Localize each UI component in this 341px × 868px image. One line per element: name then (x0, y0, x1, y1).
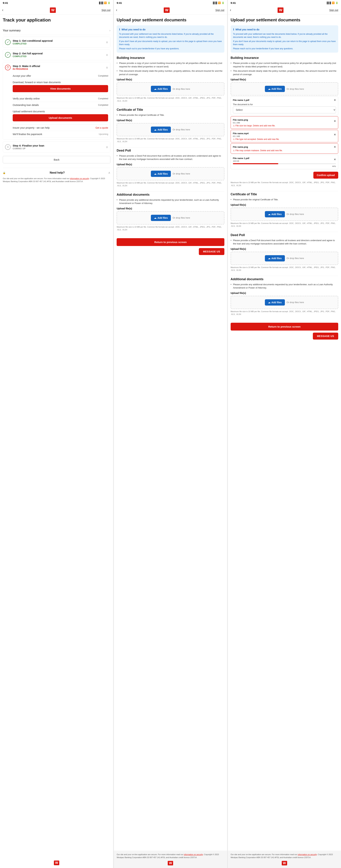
message-us-btn-2[interactable]: MESSAGE US (199, 248, 224, 255)
upload-label-ct-3: Upload file(s) (231, 204, 338, 206)
status-icons-2: ▐▐▐ 🛜 🔋 (212, 2, 224, 4)
upload-area-ad-2[interactable]: ☁ Add files Or drop files here (117, 211, 224, 224)
step-3-icon: ⏱ (5, 65, 10, 70)
info-box-3: ℹ What you need to do To proceed with yo… (231, 25, 338, 53)
additional-docs-bullet-3: Please provide any additional documents … (231, 283, 338, 289)
upload-cloud-icon-ct-2: ☁ (154, 128, 157, 131)
upload-label-ct-2: Upload file(s) (117, 119, 224, 122)
status-bar-1: 9:41 ▐▐▐ 🛜 🔋 (0, 0, 113, 6)
back-arrow-1[interactable]: ‹ (1, 7, 4, 13)
view-documents-btn[interactable]: View documents (13, 85, 108, 92)
cert-title-bullet-2: Please provide the original Certificate … (117, 113, 224, 117)
upload-title-3: Upload your settlement documents (231, 18, 338, 23)
sign-out-1[interactable]: Sign out (102, 9, 110, 11)
info-box-header-3: ℹ What you need to do (233, 28, 336, 31)
step-2-title: Step 2: Get full approval (13, 52, 106, 55)
wifi-icon: 🛜 (104, 2, 107, 4)
info-text-3-2: Please reach out to your lender/broker i… (233, 47, 336, 50)
building-insurance-title-3: Building insurance (231, 56, 338, 60)
upload-area-bi-2[interactable]: ☁ Add files Or drop files here (117, 82, 224, 95)
deed-poll-title-2: Deed Poll (117, 149, 224, 152)
upload-area-dp-3[interactable]: ☁ Add files Or drop files here (231, 252, 338, 265)
info-title-3: What you need to do (235, 28, 259, 31)
error-icon-3: ⚠ (233, 138, 235, 141)
upload-area-ct-2[interactable]: ☁ Add files Or drop files here (117, 123, 224, 136)
add-files-btn-ct-3[interactable]: ☁ Add files (265, 211, 285, 217)
upload-cloud-icon-bi-3: ☁ (268, 88, 271, 90)
upload-title-2: Upload your settlement documents (117, 18, 224, 23)
building-insurance-bullet-0-2: Please provide a copy of your current bu… (117, 61, 224, 68)
upload-label-bi-2: Upload file(s) (117, 78, 224, 81)
add-files-btn-ad-3[interactable]: ☁ Add files (265, 299, 285, 306)
file-close-4[interactable]: ✕ (334, 145, 336, 149)
upload-area-bi-3[interactable]: ☁ Add files Or drop files here (231, 82, 338, 95)
cert-title-title-2: Certificate of Title (117, 108, 224, 112)
building-insurance-section-3: Building insurance Please provide a copy… (231, 56, 338, 187)
need-help-header[interactable]: 🔒 Need help? ∧ (3, 170, 110, 175)
drop-text-ad-3: Or drop files here (287, 301, 304, 304)
upload-area-dp-2[interactable]: ☁ Add files Or drop files here (117, 167, 224, 180)
status-bar-3: 9:41 ▐▐▐ 🛜 🔋 (228, 0, 341, 6)
file-close-5[interactable]: ✕ (334, 158, 336, 161)
upload-area-ad-3[interactable]: ☁ Add files Or drop files here (231, 296, 338, 309)
info-text-3-1: If you don't have all your documents rea… (233, 40, 336, 46)
back-arrow-2[interactable]: ‹ (115, 7, 118, 13)
file-close-3[interactable]: ✕ (334, 133, 336, 136)
step-4-header[interactable]: 4 Step 4: Finalise your loan COMING UP ∨ (3, 142, 110, 152)
add-files-btn-bi-2[interactable]: ☁ Add files (151, 86, 171, 92)
back-arrow-3[interactable]: ‹ (229, 7, 232, 13)
security-link-3[interactable]: information on security (298, 854, 317, 856)
add-files-btn-dp-3[interactable]: ☁ Add files (265, 255, 285, 261)
sub-item-upload-settlement: Upload settlement documents Upload docum… (13, 108, 108, 125)
security-link-1[interactable]: information on security (70, 178, 89, 180)
file-format-dp-2: Maximum file size is 10 MB per file. Com… (117, 181, 224, 187)
info-text-2-0: To proceed with your settlement we need … (119, 32, 222, 39)
get-quote-link[interactable]: Get a quote (95, 126, 108, 129)
doc-for-select-1[interactable]: Select (233, 106, 336, 113)
panel3-main-content: Upload your settlement documents ℹ What … (228, 14, 341, 850)
confirm-upload-btn[interactable]: Confirm upload (313, 172, 338, 179)
step-1-header[interactable]: ✓ Step 1: Get conditional approval COMPL… (3, 37, 110, 48)
cert-title-section-2: Certificate of Title Please provide the … (117, 108, 224, 143)
progress-label-5: 44% (233, 165, 336, 167)
add-files-btn-ad-2[interactable]: ☁ Add files (151, 215, 171, 221)
info-text-3-0: To proceed with your settlement we need … (233, 32, 336, 39)
security-link-2[interactable]: information on security (184, 854, 203, 856)
file-item-2-header: File name.png 63.1 MB ✕ (233, 118, 336, 124)
file-name-2: File name.png (233, 119, 248, 121)
error-icon-2: ⚠ (233, 124, 235, 127)
back-button[interactable]: Back (3, 156, 110, 163)
step-2-header[interactable]: ✓ Step 2: Get full approval COMPLETED ∨ (3, 50, 110, 60)
step-4-icon: 4 (5, 144, 10, 150)
step-3-header[interactable]: ⏱ Step 3: Make it official IN PROGRESS ∧ (3, 62, 110, 73)
add-files-btn-dp-2[interactable]: ☁ Add files (151, 170, 171, 177)
logo-w-2: W (164, 7, 170, 13)
sign-out-3[interactable]: Sign out (329, 9, 338, 11)
sign-out-2[interactable]: Sign out (215, 9, 224, 11)
time-3: 9:41 (231, 1, 236, 4)
upload-documents-btn[interactable]: Upload documents (13, 114, 108, 121)
file-close-2[interactable]: ✕ (334, 119, 336, 123)
upload-area-ct-3[interactable]: ☁ Add files Or drop files here (231, 208, 338, 221)
drop-text-bi-3: Or drop files here (287, 88, 304, 90)
summary-row[interactable]: Your summary › (3, 26, 110, 35)
additional-docs-section-3: Additional documents Please provide any … (231, 277, 338, 316)
return-btn-2[interactable]: Return to previous screen (117, 238, 224, 246)
additional-docs-bullet-2: Please provide any additional documents … (117, 198, 224, 205)
page-title-1: Track your application (3, 18, 110, 23)
add-files-btn-bi-3[interactable]: ☁ Add files (265, 86, 285, 92)
message-us-btn-3[interactable]: MESSAGE US (313, 333, 338, 340)
file-size-3: 63.1 MB (233, 135, 249, 137)
sub-item-finalise-paperwork: We'll finalise the paperwork Upcoming (13, 131, 108, 137)
step-3-content: Accept your offer Completed Download, fo… (3, 73, 110, 140)
drop-text-ad-2: Or drop files here (173, 216, 190, 219)
building-insurance-section-2: Building insurance Please provide a copy… (117, 56, 224, 102)
logo-w-3: W (278, 7, 283, 13)
return-btn-3[interactable]: Return to previous screen (231, 323, 338, 331)
signal-icon: ▐▐▐ (98, 2, 103, 4)
add-files-btn-ct-2[interactable]: ☁ Add files (151, 127, 171, 133)
upload-cloud-icon-dp-2: ☁ (154, 173, 157, 175)
step-4-status: COMING UP (13, 147, 106, 150)
file-close-1[interactable]: ✕ (334, 98, 336, 102)
file-size-5: 100 KB (233, 160, 249, 162)
